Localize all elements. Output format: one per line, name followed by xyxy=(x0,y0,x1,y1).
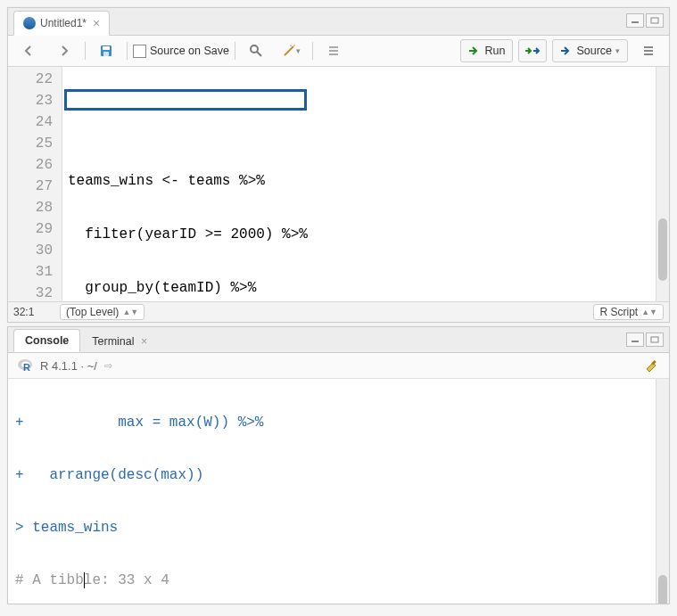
minimize-pane-icon[interactable] xyxy=(626,13,644,28)
console-tabbar: Console Terminal × xyxy=(8,327,669,353)
scope-selector[interactable]: (Top Level) ▲▼ xyxy=(60,304,144,320)
code-editor[interactable]: teams_wins <- teams %>% filter(yearID >=… xyxy=(62,67,656,301)
close-tab-icon[interactable]: × xyxy=(93,16,100,30)
console-line: > teams_wins xyxy=(15,520,648,540)
svg-rect-18 xyxy=(651,337,658,342)
outline-icon[interactable] xyxy=(318,40,349,62)
svg-point-10 xyxy=(291,45,293,46)
svg-line-6 xyxy=(257,52,261,56)
r-version: R 4.1.1 · ~/ xyxy=(40,359,97,373)
console-line: + max = max(W)) %>% xyxy=(15,415,648,435)
console-scrollbar[interactable] xyxy=(656,379,669,604)
svg-point-5 xyxy=(251,45,258,53)
svg-point-9 xyxy=(294,45,296,46)
checkbox-icon xyxy=(133,45,146,58)
code-line xyxy=(62,117,656,138)
r-logo-icon: R xyxy=(17,357,33,374)
code-line: group_by(teamID) %>% xyxy=(62,277,656,299)
updown-icon: ▲▼ xyxy=(641,308,657,316)
pane-window-controls xyxy=(626,333,664,347)
editor-statusbar: 32:1 (Top Level) ▲▼ R Script ▲▼ xyxy=(8,301,669,322)
source-arrow-icon xyxy=(560,45,573,56)
svg-text:R: R xyxy=(23,362,30,373)
svg-rect-1 xyxy=(651,18,658,23)
text-cursor-icon xyxy=(84,572,85,588)
rerun-icon xyxy=(524,45,541,56)
forward-icon[interactable] xyxy=(49,40,79,62)
doc-outline-icon[interactable] xyxy=(633,40,664,62)
tab-console[interactable]: Console xyxy=(13,329,80,352)
source-pane: Untitled1* × Source on Save xyxy=(7,7,670,323)
language-selector[interactable]: R Script ▲▼ xyxy=(593,304,664,320)
code-line: teams_wins <- teams %>% xyxy=(62,170,656,192)
highlight-box xyxy=(64,89,307,111)
r-file-icon xyxy=(23,17,36,29)
editor-area: 22 23 24 25 26 27 28 29 30 31 32 teams_w… xyxy=(8,67,669,301)
pane-window-controls xyxy=(626,13,664,28)
source-button[interactable]: Source ▾ xyxy=(552,39,628,62)
find-icon[interactable] xyxy=(241,40,271,62)
svg-rect-3 xyxy=(103,46,110,50)
code-line: filter(yearID >= 2000) %>% xyxy=(62,224,656,245)
svg-rect-0 xyxy=(632,21,639,23)
maximize-pane-icon[interactable] xyxy=(646,333,664,347)
chevron-icon[interactable]: ⇨ xyxy=(104,360,112,372)
source-label: Source xyxy=(576,45,612,57)
console-output[interactable]: + max = max(W)) %>% + arrange(desc(max))… xyxy=(8,379,656,604)
svg-rect-4 xyxy=(103,52,109,56)
rerun-button[interactable] xyxy=(518,39,547,62)
console-pane: Console Terminal × R R 4.1.1 · ~/ ⇨ xyxy=(7,326,670,604)
updown-icon: ▲▼ xyxy=(122,308,138,316)
maximize-pane-icon[interactable] xyxy=(646,13,664,28)
editor-toolbar: Source on Save ▾ Run xyxy=(8,36,669,67)
scrollbar-thumb[interactable] xyxy=(658,218,667,281)
editor-tab-untitled1[interactable]: Untitled1* × xyxy=(13,11,110,36)
line-gutter: 22 23 24 25 26 27 28 29 30 31 32 xyxy=(8,67,62,301)
svg-rect-17 xyxy=(632,341,639,342)
minimize-pane-icon[interactable] xyxy=(626,333,644,347)
clear-console-icon[interactable] xyxy=(644,357,660,375)
console-header: R R 4.1.1 · ~/ ⇨ xyxy=(8,353,669,379)
console-line: # A tibble: 33 x 4 xyxy=(15,572,648,593)
save-icon[interactable] xyxy=(91,40,121,62)
wand-icon[interactable]: ▾ xyxy=(277,40,307,62)
svg-point-8 xyxy=(292,46,293,48)
close-tab-icon[interactable]: × xyxy=(141,335,147,348)
run-label: Run xyxy=(484,45,505,57)
source-on-save-toggle[interactable]: Source on Save xyxy=(133,45,229,58)
cursor-position: 32:1 xyxy=(13,306,60,318)
source-on-save-label: Source on Save xyxy=(150,45,229,57)
tab-terminal[interactable]: Terminal × xyxy=(80,330,159,352)
back-icon[interactable] xyxy=(13,40,44,62)
editor-tabbar: Untitled1* × xyxy=(8,8,669,36)
run-arrow-icon xyxy=(468,45,481,56)
console-line: + arrange(desc(max)) xyxy=(15,467,648,488)
editor-scrollbar[interactable] xyxy=(656,67,669,301)
run-button[interactable]: Run xyxy=(460,39,513,62)
editor-tab-title: Untitled1* xyxy=(40,17,87,29)
scrollbar-thumb[interactable] xyxy=(658,575,667,604)
